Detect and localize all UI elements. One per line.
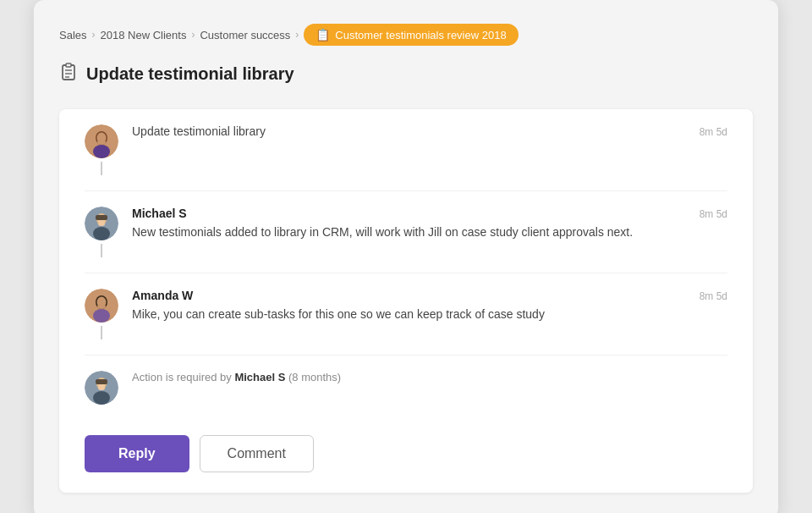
svg-point-14 <box>93 227 110 240</box>
breadcrumb-sep-2: › <box>191 29 195 41</box>
avatar-col-1 <box>85 124 118 175</box>
thread-item-3: Amanda W 8m 5d Mike, you can create sub-… <box>85 273 727 356</box>
comment-button[interactable]: Comment <box>200 435 314 472</box>
buttons-row: Reply Comment <box>59 420 753 493</box>
thread-time-3: 8m 5d <box>700 290 727 302</box>
svg-point-26 <box>98 386 105 390</box>
breadcrumb-sales[interactable]: Sales <box>59 29 87 41</box>
thread-text-2: New testimonials added to library in CRM… <box>132 223 727 241</box>
svg-rect-1 <box>66 63 71 67</box>
svg-rect-24 <box>96 379 107 384</box>
breadcrumb-customer-success[interactable]: Customer success <box>200 29 290 41</box>
thread-connector-3 <box>101 326 102 339</box>
avatar-col-3 <box>85 289 118 339</box>
thread-item-1: Update testimonial library 8m 5d <box>85 109 727 191</box>
breadcrumb-sep-1: › <box>92 29 96 41</box>
thread-author-2: Michael S <box>132 207 187 220</box>
avatar-3 <box>85 289 118 323</box>
thread-content-4: Action is required by Michael S (8 month… <box>132 371 727 405</box>
breadcrumb-new-clients[interactable]: 2018 New Clients <box>101 29 187 41</box>
svg-point-8 <box>93 145 110 158</box>
main-window: Sales › 2018 New Clients › Customer succ… <box>34 0 778 513</box>
action-duration: (8 months) <box>288 371 341 383</box>
thread-text-3: Mike, you can create sub-tasks for this … <box>132 306 727 323</box>
svg-point-25 <box>93 391 110 405</box>
thread-header-2: Michael S 8m 5d <box>132 207 727 223</box>
thread-list: Update testimonial library 8m 5d <box>59 109 753 420</box>
thread-header-1: Update testimonial library 8m 5d <box>132 124 727 138</box>
thread-content-2: Michael S 8m 5d New testimonials added t… <box>132 207 727 257</box>
breadcrumb-badge[interactable]: 📋 Customer testimonials review 2018 <box>304 24 518 46</box>
action-actor: Michael S <box>234 371 285 383</box>
svg-point-20 <box>97 304 106 309</box>
badge-label: Customer testimonials review 2018 <box>335 29 506 41</box>
badge-icon: 📋 <box>315 28 330 41</box>
thread-content-1: Update testimonial library 8m 5d <box>132 124 727 175</box>
thread-card: Update testimonial library 8m 5d <box>59 109 753 493</box>
page-title: Update testimonial library <box>86 64 294 84</box>
thread-item-4: Action is required by Michael S (8 month… <box>85 356 727 420</box>
thread-connector-1 <box>101 162 102 175</box>
avatar-col-2 <box>85 207 118 257</box>
action-notice: Action is required by Michael S (8 month… <box>132 371 727 383</box>
svg-point-15 <box>98 222 105 226</box>
page-title-row: Update testimonial library <box>59 63 753 94</box>
avatar-col-4 <box>85 371 118 405</box>
thread-item-2: Michael S 8m 5d New testimonials added t… <box>85 191 727 273</box>
avatar-1 <box>85 124 118 158</box>
thread-header-3: Amanda W 8m 5d <box>132 289 727 306</box>
svg-point-9 <box>97 140 106 145</box>
avatar-4 <box>85 371 118 405</box>
avatar-2 <box>85 207 118 240</box>
action-text: Action is required by <box>132 371 232 383</box>
svg-point-19 <box>93 309 110 323</box>
thread-content-3: Amanda W 8m 5d Mike, you can create sub-… <box>132 289 727 339</box>
thread-time-2: 8m 5d <box>700 208 727 220</box>
breadcrumb: Sales › 2018 New Clients › Customer succ… <box>59 24 753 46</box>
thread-time-1: 8m 5d <box>700 126 727 138</box>
svg-rect-13 <box>96 215 107 220</box>
reply-button[interactable]: Reply <box>85 435 189 472</box>
clipboard-icon <box>59 63 78 86</box>
breadcrumb-sep-3: › <box>295 29 299 41</box>
thread-author-3: Amanda W <box>132 289 193 302</box>
thread-first-text: Update testimonial library <box>132 124 266 138</box>
thread-connector-2 <box>101 244 102 257</box>
